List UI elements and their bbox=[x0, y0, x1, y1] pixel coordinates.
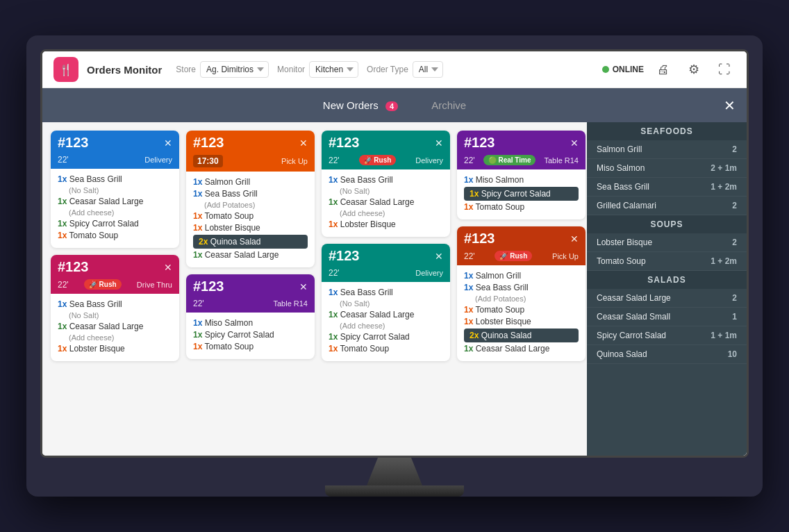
close-card-icon[interactable]: ✕ bbox=[164, 138, 172, 149]
order-number: #123 bbox=[329, 135, 360, 151]
online-label: ONLINE bbox=[613, 65, 644, 74]
card-type: Delivery bbox=[415, 269, 443, 277]
close-card-icon[interactable]: ✕ bbox=[435, 138, 443, 149]
sidebar-item-name: Spicy Carrot Salad bbox=[597, 331, 666, 340]
card-time: 22' bbox=[329, 156, 340, 165]
card-subheader: 22' 🚀 Rush Drive Thru bbox=[51, 278, 179, 294]
sidebar-item-name: Miso Salmon bbox=[597, 163, 645, 173]
sidebar-item-count: 2 bbox=[732, 238, 737, 247]
online-indicator: ONLINE bbox=[602, 65, 644, 74]
close-card-icon[interactable]: ✕ bbox=[299, 138, 308, 149]
order-item: 1x Ceasar Salad Large bbox=[58, 322, 172, 331]
close-card-icon[interactable]: ✕ bbox=[435, 251, 443, 262]
sidebar-item-name: Ceasar Salad Large bbox=[597, 293, 671, 303]
rush-badge: 🚀 Rush bbox=[84, 279, 122, 290]
sidebar-section-soups: SOUPS bbox=[587, 215, 747, 233]
card-type: Table R14 bbox=[544, 156, 579, 165]
card-time: 22' bbox=[58, 155, 69, 165]
order-card: #123 ✕ 22' Table R14 1x Miso Salmon 1x S… bbox=[186, 274, 315, 359]
order-item: 1x Ceasar Salad Large bbox=[329, 197, 443, 207]
sidebar-section-salads: SALADS bbox=[587, 271, 747, 289]
card-header: #123 ✕ bbox=[457, 226, 585, 249]
sidebar-item-name: Lobster Bisque bbox=[597, 238, 652, 247]
monitor-select[interactable]: Kitchen bbox=[309, 61, 358, 78]
monitor-group: Monitor Kitchen bbox=[277, 61, 358, 78]
stand-base bbox=[325, 485, 464, 497]
order-number: #123 bbox=[329, 248, 360, 264]
sidebar-item: Grilled Calamari 2 bbox=[587, 197, 747, 215]
new-orders-badge: 4 bbox=[385, 101, 398, 111]
card-type: Table R14 bbox=[273, 299, 308, 308]
close-card-icon[interactable]: ✕ bbox=[570, 233, 579, 244]
sidebar-item-name: Ceasar Salad Small bbox=[597, 312, 670, 322]
card-time: 22' bbox=[58, 280, 69, 290]
item-note: (No Salt) bbox=[69, 186, 172, 194]
order-number: #123 bbox=[193, 279, 224, 294]
order-number: #123 bbox=[464, 135, 495, 151]
item-note: (No Salt) bbox=[69, 311, 172, 319]
order-card: #123 ✕ 22' 🚀 Rush Delivery 1x Sea Bass G… bbox=[322, 131, 450, 237]
card-subheader: 22' Table R14 bbox=[186, 297, 315, 313]
card-subheader: 22' 🟢 Real Time Table R14 bbox=[457, 153, 585, 169]
order-column-3: #123 ✕ 22' 🚀 Rush Delivery 1x Sea Bass G… bbox=[322, 131, 450, 447]
sidebar-item: Lobster Bisque 2 bbox=[587, 233, 747, 252]
item-note: (Add cheese) bbox=[69, 208, 172, 217]
item-note: (Add Potatoes) bbox=[204, 201, 308, 209]
close-tab-button[interactable]: ✕ bbox=[724, 97, 736, 114]
order-card: #123 ✕ 17:30 Pick Up 1x Salmon Grill 1x … bbox=[186, 131, 315, 267]
print-icon[interactable]: 🖨 bbox=[652, 58, 674, 81]
order-card: #123 ✕ 22' Delivery 1x Sea Bass Grill (N… bbox=[322, 244, 450, 361]
close-card-icon[interactable]: ✕ bbox=[164, 262, 172, 273]
order-number: #123 bbox=[58, 259, 89, 275]
monitor-outer: 🍴 Orders Monitor Store Ag. Dimitrios Mon… bbox=[26, 35, 763, 497]
sidebar-item-count: 1 + 1m bbox=[711, 331, 737, 340]
order-item: 1x Ceasar Salad Large bbox=[464, 344, 579, 354]
sidebar-item: Miso Salmon 2 + 1m bbox=[587, 159, 747, 178]
tabs-bar: New Orders 4 Archive ✕ bbox=[42, 88, 747, 122]
order-item: 1x Tomato Soup bbox=[58, 231, 172, 240]
monitor-stand bbox=[40, 458, 749, 497]
app-logo: 🍴 bbox=[53, 57, 78, 82]
card-subheader: 17:30 Pick Up bbox=[186, 153, 315, 172]
sidebar-item: Spicy Carrot Salad 1 + 1m bbox=[587, 326, 747, 345]
item-note: (Add cheese) bbox=[340, 209, 443, 217]
order-item: 1x Tomato Soup bbox=[464, 305, 579, 315]
order-card: #123 ✕ 22' 🚀 Rush Pick Up 1x Salmon Gril… bbox=[457, 226, 585, 361]
order-card: #123 ✕ 22' 🚀 Rush Drive Thru 1x Sea Bass… bbox=[51, 255, 179, 361]
close-card-icon[interactable]: ✕ bbox=[299, 281, 308, 292]
card-type: Delivery bbox=[415, 156, 443, 165]
order-item: 1x Ceasar Salad Large bbox=[58, 197, 172, 206]
order-number: #123 bbox=[193, 135, 224, 151]
order-item: 1x Ceasar Salad Large bbox=[193, 250, 308, 260]
order-item: 1x Tomato Soup bbox=[193, 342, 308, 351]
card-body: 1x Sea Bass Grill (No Salt) 1x Ceasar Sa… bbox=[51, 169, 179, 248]
rush-badge: 🚀 Rush bbox=[495, 251, 532, 261]
store-select[interactable]: Ag. Dimitrios bbox=[200, 61, 269, 78]
card-subheader: 22' Delivery bbox=[51, 153, 179, 169]
close-card-icon[interactable]: ✕ bbox=[570, 138, 579, 149]
sidebar-item-count: 2 bbox=[732, 201, 737, 210]
card-header: #123 ✕ bbox=[322, 131, 450, 153]
order-item: 1x Ceasar Salad Large bbox=[329, 310, 443, 319]
order-item: 1x Salmon Grill bbox=[193, 177, 308, 187]
fullscreen-icon[interactable]: ⛶ bbox=[713, 58, 736, 81]
order-type-select[interactable]: All bbox=[413, 61, 443, 78]
item-note: (Add Potatoes) bbox=[475, 294, 579, 303]
settings-icon[interactable]: ⚙ bbox=[683, 58, 705, 81]
highlighted-item: 2x Quinoa Salad bbox=[193, 235, 308, 249]
sidebar-section-seafoods: SEAFOODS bbox=[587, 122, 747, 140]
item-note: (Add cheese) bbox=[69, 333, 172, 342]
sidebar-item-count: 2 bbox=[732, 293, 737, 303]
sidebar: SEAFOODS Salmon Grill 2 Miso Salmon 2 + … bbox=[587, 122, 747, 456]
sidebar-item-count: 10 bbox=[728, 349, 737, 359]
card-time: 22' bbox=[193, 299, 204, 308]
online-dot bbox=[602, 66, 609, 73]
order-item: 1x Sea Bass Grill bbox=[58, 299, 172, 309]
card-body: 1x Salmon Grill 1x Sea Bass Grill (Add P… bbox=[186, 172, 315, 267]
realtime-badge: 🟢 Real Time bbox=[483, 155, 536, 165]
order-item: 1x Lobster Bisque bbox=[193, 223, 308, 233]
order-item: 1x Miso Salmon bbox=[464, 175, 579, 185]
tab-new-orders[interactable]: New Orders 4 bbox=[306, 95, 415, 115]
order-item: 1x Sea Bass Grill bbox=[58, 174, 172, 184]
tab-archive[interactable]: Archive bbox=[415, 95, 483, 115]
